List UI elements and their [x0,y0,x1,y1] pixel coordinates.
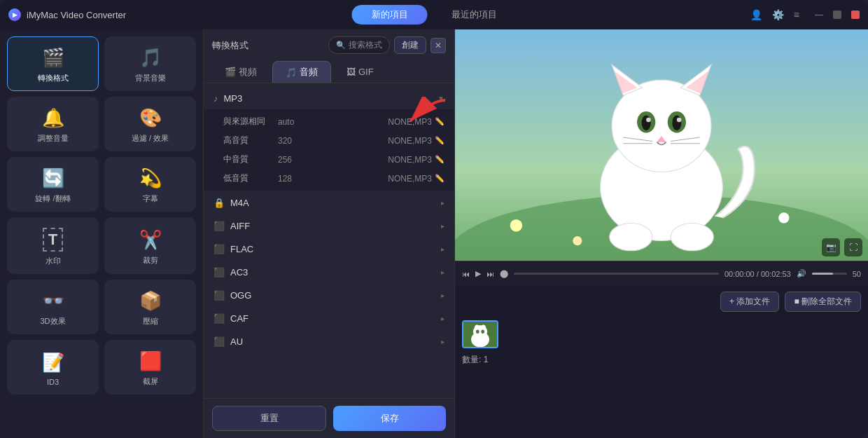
play-btn[interactable]: ▶ [475,269,481,278]
format-group-mp3-header[interactable]: ♪ MP3 ▼ [204,88,454,109]
crop-icon: ✂️ [139,229,162,251]
recent-project-tab[interactable]: 最近的項目 [432,5,517,25]
sidebar-item-id3[interactable]: 📝 ID3 [7,340,99,395]
caf-group-name: CAF [230,313,435,324]
close-format-btn[interactable]: ✕ [430,38,446,53]
volume-icon-btn[interactable]: 🔊 [797,269,806,278]
svg-point-15 [646,118,651,123]
format-group-m4a-header[interactable]: 🔒 M4A ▸ [204,192,454,214]
menu-icon[interactable]: ≡ [794,9,799,20]
mp3-row-3-val: 128 [278,174,306,184]
mp3-row-0-val: auto [278,117,306,127]
m4a-arrow: ▸ [441,199,444,207]
sidebar-label-convert: 轉換格式 [38,73,69,83]
mp3-icon: ♪ [214,93,218,104]
svg-point-16 [677,118,682,123]
3deffect-icon: 👓 [42,290,64,312]
mp3-arrow: ▼ [438,95,444,102]
thumb-cat [463,320,497,348]
sidebar-item-volume[interactable]: 🔔 調整音量 [7,97,99,151]
account-icon[interactable]: 👤 [750,9,762,20]
minimize-btn[interactable]: — [815,10,823,20]
format-group-caf-header[interactable]: ⬛ CAF ▸ [204,308,454,329]
format-search-row: 🔍 搜索格式 創建 ✕ [328,36,446,54]
sidebar-label-3deffect: 3D效果 [40,316,65,327]
mp3-row-0[interactable]: 與來源相同 auto NONE,MP3 ✏️ [204,112,454,131]
video-tab[interactable]: 🎬 視頻 [212,61,270,83]
format-group-aiff-header[interactable]: ⬛ AIFF ▸ [204,215,454,237]
screenshot-icon: 🟥 [139,350,162,372]
aiff-icon: ⬛ [214,221,225,231]
sidebar-item-crop[interactable]: ✂️ 裁剪 [104,217,196,274]
sidebar-item-rotate[interactable]: 🔄 旋轉 /翻轉 [7,157,99,212]
svg-point-30 [481,330,484,334]
main-content: 🎬 轉換格式 🎵 背景音樂 🔔 調整音量 🎨 過濾 / 效果 🔄 旋轉 /翻轉 … [0,29,868,438]
stop-btn[interactable]: ⬤ [500,269,508,278]
settings-icon[interactable]: ⚙️ [772,9,784,20]
title-bar: ▶ iMyMac Video Converter 新的項目 最近的項目 👤 ⚙️… [0,0,868,29]
save-button[interactable]: 保存 [333,406,446,431]
format-group-caf: ⬛ CAF ▸ [204,308,454,329]
mp3-row-1[interactable]: 高音質 320 NONE,MP3 ✏️ [204,131,454,150]
maximize-btn[interactable] [833,11,841,19]
ogg-group-name: OGG [230,290,435,301]
format-group-aiff: ⬛ AIFF ▸ [204,215,454,237]
skip-back-btn[interactable]: ⏮ [462,270,470,278]
format-group-au-header[interactable]: ⬛ AU ▸ [204,331,454,353]
cat-illustration [455,29,868,261]
sidebar-item-watermark[interactable]: T 水印 [7,217,99,274]
sidebar-item-compress[interactable]: 📦 壓縮 [104,280,196,334]
volume-icon: 🔔 [42,107,64,129]
audio-tab[interactable]: 🎵 音頻 [272,61,331,83]
player-controls: ⏮ ▶ ⏭ ⬤ 00:00:00 / 00:02:53 🔊 50 [455,261,868,286]
mp3-row-0-name: 與來源相同 [223,116,272,128]
flac-group-name: FLAC [230,244,435,254]
new-project-tab[interactable]: 新的項目 [352,5,428,25]
sidebar-item-3deffect[interactable]: 👓 3D效果 [7,280,99,334]
sidebar-item-bgmusic[interactable]: 🎵 背景音樂 [104,36,196,91]
screenshot-preview-btn[interactable]: 📷 [822,238,840,256]
format-panel-title: 轉換格式 [212,39,248,52]
format-group-ac3-header[interactable]: ⬛ AC3 ▸ [204,261,454,283]
sidebar-item-subtitle[interactable]: 💫 字幕 [104,157,196,212]
format-search-box[interactable]: 🔍 搜索格式 [328,36,390,54]
reset-button[interactable]: 重置 [212,406,326,431]
fullscreen-preview-btn[interactable]: ⛶ [844,238,862,256]
format-group-flac-header[interactable]: ⬛ FLAC ▸ [204,238,454,260]
mp3-row-2-name: 中音質 [223,153,272,165]
subtitle-icon: 💫 [139,167,162,189]
video-tab-label: 視頻 [239,66,257,78]
gif-tab[interactable]: 🖼 GIF [334,61,386,83]
app-branding: ▶ iMyMac Video Converter [8,8,126,21]
svg-point-3 [778,212,789,223]
ac3-arrow: ▸ [441,268,444,276]
progress-bar[interactable] [514,273,719,275]
mp3-row-1-extra: NONE,MP3 ✏️ [388,136,444,146]
sidebar-item-screenshot[interactable]: 🟥 截屏 [104,340,196,395]
svg-point-4 [573,236,582,245]
mp3-row-3[interactable]: 低音質 128 NONE,MP3 ✏️ [204,169,454,188]
mp3-row-2-extra: NONE,MP3 ✏️ [388,155,444,165]
format-group-mp3: ♪ MP3 ▼ 與來源相同 auto NONE,MP3 ✏️ 高音質 [204,88,454,191]
m4a-icon: 🔒 [214,198,225,208]
thumbnail-count: 數量: 1 [462,354,861,366]
au-group-name: AU [230,336,435,347]
skip-forward-btn[interactable]: ⏭ [486,270,494,278]
format-type-tabs: 🎬 視頻 🎵 音頻 🖼 GIF [204,58,454,83]
svg-point-23 [671,223,713,250]
sidebar-label-watermark: 水印 [46,256,61,266]
sidebar-item-effects[interactable]: 🎨 過濾 / 效果 [104,97,196,151]
close-btn[interactable] [851,11,860,19]
file-actions: + 添加文件 ■ 刪除全部文件 [455,286,868,317]
mp3-row-2[interactable]: 中音質 256 NONE,MP3 ✏️ [204,150,454,169]
sidebar-item-convert[interactable]: 🎬 轉換格式 [7,36,99,91]
delete-file-button[interactable]: ■ 刪除全部文件 [785,292,861,312]
thumbnail-0[interactable] [462,320,498,348]
edit-icon-1: ✏️ [435,136,444,145]
ogg-arrow: ▸ [441,292,444,299]
create-format-btn[interactable]: 創建 [394,36,426,54]
volume-bar[interactable] [812,273,847,275]
au-arrow: ▸ [441,338,444,345]
add-file-button[interactable]: + 添加文件 [720,292,779,312]
format-group-ogg-header[interactable]: ⬛ OGG ▸ [204,285,454,306]
